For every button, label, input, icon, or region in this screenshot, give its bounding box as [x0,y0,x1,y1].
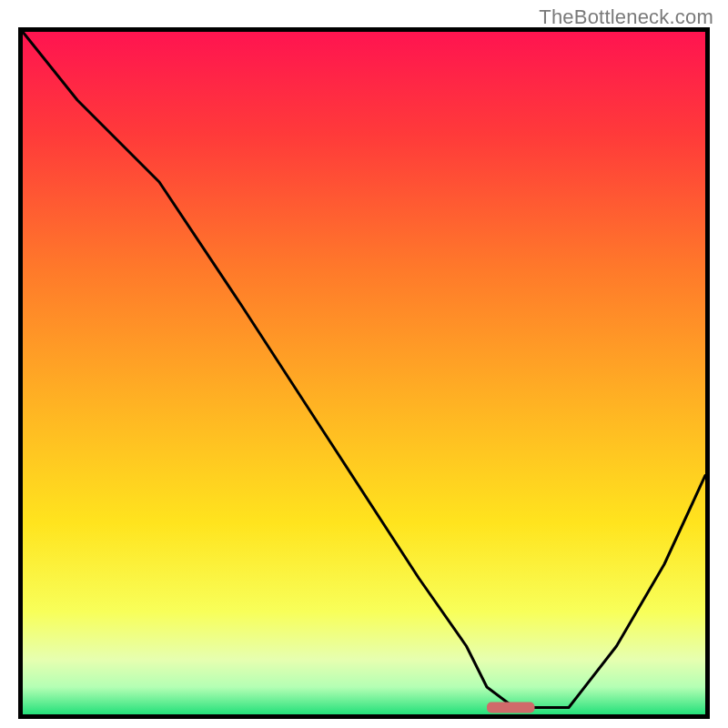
chart-container: TheBottleneck.com [0,0,728,728]
plot-svg [23,32,705,714]
watermark-text: TheBottleneck.com [539,5,713,29]
optimum-marker [487,703,535,713]
plot-frame [18,27,710,719]
plot-background [23,32,705,714]
